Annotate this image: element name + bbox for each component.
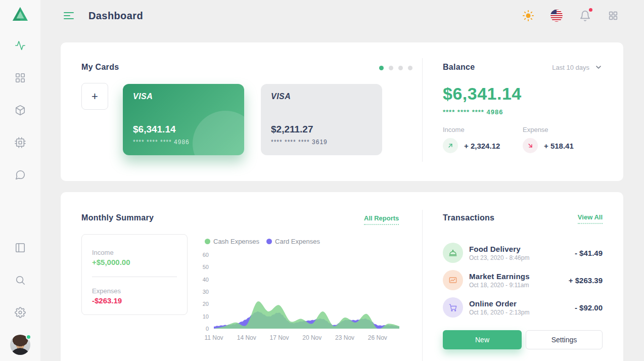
sidebar-item-layout[interactable]	[15, 242, 26, 253]
card-balance: $6,341.14	[133, 124, 176, 135]
transaction-date: Oct 23, 2020 - 8:46pm	[469, 254, 529, 261]
sidebar-item-settings[interactable]	[15, 307, 26, 318]
credit-card-secondary[interactable]: VISA $2,211.27 **** **** **** 3619	[261, 84, 382, 155]
summary-expenses-label: Expenses	[92, 287, 177, 295]
svg-text:14 Nov: 14 Nov	[237, 334, 256, 341]
theme-toggle-button[interactable]	[522, 9, 535, 22]
card-balance: $2,211.27	[271, 124, 313, 135]
transaction-amount: - $41.49	[575, 249, 603, 257]
carousel-dot-2[interactable]	[389, 66, 393, 70]
transaction-name: Online Order	[469, 299, 529, 308]
apps-button[interactable]	[607, 9, 620, 22]
menu-toggle-button[interactable]	[64, 12, 74, 19]
vertical-divider	[422, 58, 423, 162]
settings-button[interactable]: Settings	[526, 330, 603, 349]
balance-card-number: **** **** **** 4986	[443, 108, 603, 116]
svg-text:0: 0	[206, 326, 209, 332]
transactions-actions: New Settings	[443, 330, 603, 349]
legend-label: Cash Expenses	[213, 238, 259, 245]
legend-label: Card Expenses	[275, 238, 320, 245]
transaction-amount: - $92.00	[575, 303, 603, 312]
chevron-down-icon	[594, 63, 603, 71]
sidebar-item-system[interactable]	[15, 137, 26, 148]
expense-value: + 518.41	[544, 142, 574, 150]
search-icon	[15, 275, 26, 286]
app-logo[interactable]	[12, 6, 29, 23]
card-number: **** **** **** 4986	[133, 139, 190, 146]
transaction-name: Market Earnings	[469, 272, 530, 281]
us-flag-icon	[550, 9, 563, 22]
apps-grid-icon	[608, 10, 619, 21]
visa-logo: VISA	[271, 92, 372, 101]
transaction-date: Oct 18, 2020 - 9:11am	[469, 282, 530, 289]
new-button[interactable]: New	[443, 330, 522, 349]
sidebar-item-activity[interactable]	[15, 40, 26, 51]
svg-text:20 Nov: 20 Nov	[302, 334, 321, 341]
transaction-row-market-earnings[interactable]: Market Earnings Oct 18, 2020 - 9:11am + …	[443, 266, 603, 294]
all-reports-link[interactable]: All Reports	[364, 214, 399, 225]
carousel-dot-1[interactable]	[379, 66, 384, 70]
cash-expenses-dot	[205, 239, 210, 244]
carousel-dot-3[interactable]	[398, 66, 403, 70]
svg-text:10: 10	[203, 313, 209, 320]
income-label: Income	[443, 126, 523, 133]
chat-icon	[15, 169, 26, 180]
cards-balance-panel: My Cards + VISA $6,341.14 **** **** ****…	[61, 42, 623, 181]
card-number: **** **** **** 3619	[271, 139, 328, 146]
dashboard-app: Dashboard	[0, 0, 644, 361]
language-selector[interactable]	[550, 9, 563, 22]
monthly-summary-chart: 010203040506011 Nov14 Nov17 Nov20 Nov23 …	[196, 249, 405, 346]
income-summary: Income + 2,324.12	[443, 126, 523, 153]
view-all-link[interactable]: View All	[578, 213, 603, 224]
visa-logo: VISA	[133, 92, 234, 101]
expenses-area-chart: 010203040506011 Nov14 Nov17 Nov20 Nov23 …	[196, 249, 405, 346]
balance-range-dropdown[interactable]: Last 10 days	[552, 63, 603, 71]
income-expenses-box: Income +$5,000.00 Expenses -$263.19	[81, 234, 188, 315]
market-earnings-badge	[443, 270, 463, 290]
sidebar-item-dashboard[interactable]	[15, 72, 26, 83]
online-status-dot	[26, 334, 31, 340]
legend-cash-expenses: Cash Expenses	[205, 238, 259, 245]
triangle-logo-icon	[12, 6, 29, 23]
expense-summary: Expense + 518.41	[523, 126, 603, 153]
legend-card-expenses: Card Expenses	[266, 238, 320, 245]
transaction-row-online-order[interactable]: Online Order Oct 16, 2020 - 2:13pm - $92…	[443, 294, 603, 321]
range-label: Last 10 days	[552, 64, 589, 71]
income-value: + 2,324.12	[464, 142, 500, 150]
arrow-down-right-icon	[527, 142, 534, 149]
sidebar-item-products[interactable]	[15, 105, 26, 116]
summary-income-label: Income	[92, 249, 177, 256]
sun-icon	[522, 10, 534, 22]
expense-arrow-badge	[523, 138, 538, 153]
sidebar-item-messages[interactable]	[15, 169, 26, 180]
svg-text:11 Nov: 11 Nov	[204, 334, 223, 341]
svg-text:26 Nov: 26 Nov	[368, 334, 387, 341]
expense-label: Expense	[523, 126, 603, 133]
transaction-row-food-delivery[interactable]: Food Delivery Oct 23, 2020 - 8:46pm - $4…	[443, 239, 603, 266]
notifications-button[interactable]	[578, 9, 591, 22]
transactions-section: Transactions View All	[443, 213, 603, 321]
svg-text:23 Nov: 23 Nov	[335, 334, 354, 341]
add-card-button[interactable]: +	[81, 83, 108, 110]
card-circle-decoration	[193, 111, 244, 155]
grid-icon	[15, 72, 26, 83]
food-delivery-badge	[443, 243, 463, 263]
summary-income-value: +$5,000.00	[92, 258, 177, 266]
transaction-name: Food Delivery	[469, 245, 529, 253]
cpu-icon	[15, 137, 26, 148]
svg-text:40: 40	[203, 277, 209, 283]
cards-carousel-dots	[379, 66, 412, 70]
sidebar	[0, 0, 40, 361]
svg-text:20: 20	[203, 301, 209, 307]
sidebar-item-search[interactable]	[15, 275, 26, 286]
carousel-dot-4[interactable]	[408, 66, 412, 70]
transaction-amount: + $263.39	[569, 276, 603, 285]
my-cards-title: My Cards	[81, 63, 119, 72]
user-avatar[interactable]	[10, 335, 30, 355]
balance-title: Balance	[443, 63, 475, 72]
gear-icon	[15, 307, 26, 318]
activity-icon	[15, 40, 26, 51]
card-expenses-dot	[266, 239, 272, 244]
svg-text:50: 50	[203, 264, 209, 270]
credit-card-primary[interactable]: VISA $6,341.14 **** **** **** 4986	[123, 84, 244, 155]
